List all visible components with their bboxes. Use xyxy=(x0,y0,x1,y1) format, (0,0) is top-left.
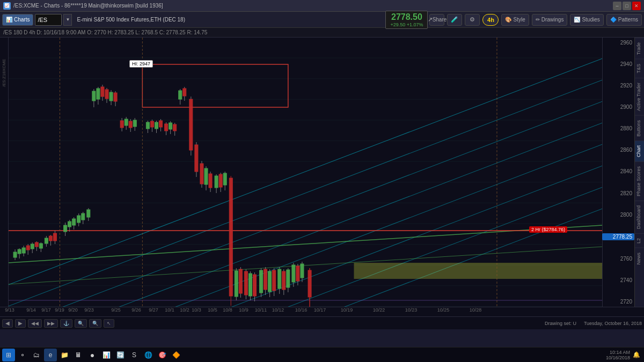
notification-area[interactable]: 🔔 xyxy=(631,351,642,358)
svg-rect-112 xyxy=(244,271,247,295)
svg-rect-92 xyxy=(195,145,198,172)
svg-rect-15 xyxy=(354,263,602,279)
svg-rect-50 xyxy=(87,210,90,217)
svg-rect-72 xyxy=(146,122,149,129)
sidebar-tab-l2[interactable]: L2 xyxy=(635,233,644,248)
windows-start-button[interactable]: ⊞ xyxy=(2,349,15,361)
taskbar-search-button[interactable]: ⚬ xyxy=(16,349,29,361)
svg-rect-116 xyxy=(253,275,256,296)
svg-rect-30 xyxy=(35,242,38,247)
svg-line-5 xyxy=(9,113,602,307)
taskbar-app1[interactable]: 📊 xyxy=(100,349,113,361)
toolbar: 📊 Charts ▼ E-mini S&P 500 Index Futures,… xyxy=(0,12,644,28)
window-controls: – □ ✕ xyxy=(613,2,641,10)
svg-rect-96 xyxy=(204,168,208,184)
svg-rect-40 xyxy=(64,225,67,232)
taskbar-chrome[interactable]: ● xyxy=(86,349,99,361)
svg-rect-60 xyxy=(109,92,113,101)
svg-rect-104 xyxy=(223,173,226,185)
date-10-11: 10/11 xyxy=(255,307,267,313)
sidebar-tab-buttons[interactable]: Buttons xyxy=(635,115,644,141)
chart-area[interactable]: HI: 2947 2 Hr ($2784.76) xyxy=(9,38,602,307)
sidebar-tab-ts[interactable]: T&S xyxy=(635,59,644,78)
svg-rect-124 xyxy=(273,270,276,291)
svg-rect-24 xyxy=(22,248,25,253)
maximize-button[interactable]: □ xyxy=(623,2,631,10)
price-label-2940: 2940 xyxy=(602,61,634,67)
scroll-left-button[interactable]: ◀ xyxy=(2,319,13,328)
svg-rect-34 xyxy=(45,238,48,243)
date-labels-container: 9/13 9/14 9/17 9/19 9/20 9/23 9/25 9/26 … xyxy=(3,307,644,316)
pen-icon: ✏ xyxy=(536,17,540,23)
studies-button[interactable]: 📉 Studies xyxy=(570,14,603,26)
drawings-button[interactable]: ✏ Drawings xyxy=(532,14,568,26)
svg-rect-32 xyxy=(39,243,42,248)
taskbar-skype[interactable]: S xyxy=(128,349,141,361)
svg-rect-76 xyxy=(155,122,158,129)
settings-icon-button[interactable]: ⚙ xyxy=(465,14,480,26)
taskbar-task-view[interactable]: 🗂 xyxy=(30,349,43,361)
svg-rect-84 xyxy=(173,124,177,131)
symbol-input[interactable] xyxy=(35,14,62,26)
next-button[interactable]: ▶▶ xyxy=(44,319,58,328)
taskbar-ie-button[interactable]: e xyxy=(44,349,57,361)
taskbar-file-explorer[interactable]: 📁 xyxy=(58,349,71,361)
date-9-25: 9/25 xyxy=(111,307,121,313)
sidebar-tab-chart[interactable]: Chart xyxy=(635,141,644,161)
svg-rect-22 xyxy=(18,249,21,254)
date-10-19: 10/19 xyxy=(341,307,353,313)
cursor-button[interactable]: ↖ xyxy=(104,319,114,328)
svg-rect-42 xyxy=(68,221,71,227)
sidebar-tab-phase-scores[interactable]: Phase Scores xyxy=(635,161,644,201)
svg-rect-114 xyxy=(248,274,252,296)
taskbar-chrome2[interactable]: 🌐 xyxy=(142,349,155,361)
price-label-2740: 2740 xyxy=(602,277,634,283)
hi-price-label: HI: 2947 xyxy=(129,60,153,68)
flask-icon-button[interactable]: 🧪 xyxy=(447,14,462,26)
taskbar-app4[interactable]: 🔶 xyxy=(170,349,182,361)
date-9-27: 9/27 xyxy=(149,307,158,313)
date-display: Tuesday, October 16, 2018 xyxy=(584,321,642,326)
date-9-26: 9/26 xyxy=(131,307,141,313)
prev-button[interactable]: ◀◀ xyxy=(28,319,42,328)
taskbar-app3[interactable]: 🎯 xyxy=(156,349,169,361)
date-10-3: 10/3 xyxy=(192,307,201,313)
price-label-2880: 2880 xyxy=(602,125,634,131)
app-icon: 📈 xyxy=(3,2,11,10)
chart-and-axis: HI: 2947 2 Hr ($2784.76) 2960 2940 2920 … xyxy=(9,38,634,307)
studies-icon: 📉 xyxy=(574,17,580,23)
style-button[interactable]: 🎨 Style xyxy=(501,14,529,26)
charts-button[interactable]: 📊 Charts xyxy=(2,14,33,26)
sidebar-tab-active-trader[interactable]: Active Trader xyxy=(635,78,644,115)
svg-rect-48 xyxy=(82,213,85,220)
patterns-button[interactable]: 🔷 Patterns xyxy=(606,14,642,26)
svg-rect-138 xyxy=(308,270,311,297)
svg-line-9 xyxy=(9,198,602,307)
svg-line-2 xyxy=(9,48,602,295)
sidebar-tab-trade[interactable]: Trade xyxy=(635,38,644,59)
scroll-right-button[interactable]: ▶ xyxy=(15,319,26,328)
sidebar-tab-dashboard[interactable]: Dashboard xyxy=(635,201,644,233)
date-9-20: 9/20 xyxy=(68,307,78,313)
price-label-2900: 2900 xyxy=(602,104,634,110)
timeframe-button[interactable]: 4h xyxy=(482,14,499,26)
svg-line-6 xyxy=(9,134,602,307)
minimize-button[interactable]: – xyxy=(613,2,621,10)
svg-rect-54 xyxy=(97,88,100,99)
taskbar-time: 10:14 AM 10/16/2018 xyxy=(606,350,630,360)
svg-line-3 xyxy=(9,70,602,307)
symbol-dropdown[interactable]: ▼ xyxy=(63,14,72,26)
svg-rect-36 xyxy=(49,236,52,241)
zoom-in-button[interactable]: 🔍 xyxy=(75,319,87,328)
zoom-out-button[interactable]: 🔍 xyxy=(89,319,101,328)
close-button[interactable]: ✕ xyxy=(632,2,641,10)
svg-line-10 xyxy=(9,225,602,263)
sidebar-tab-news[interactable]: News xyxy=(635,248,644,269)
taskbar-calc[interactable]: 🖩 xyxy=(72,349,85,361)
zoom-anchor-button[interactable]: ⚓ xyxy=(60,319,72,328)
taskbar-app2[interactable]: 🔄 xyxy=(114,349,127,361)
chart-svg xyxy=(9,38,602,307)
share-button[interactable]: ↗ Share xyxy=(429,14,444,26)
date-10-16: 10/16 xyxy=(295,307,308,313)
date-10-2: 10/2 xyxy=(180,307,189,313)
